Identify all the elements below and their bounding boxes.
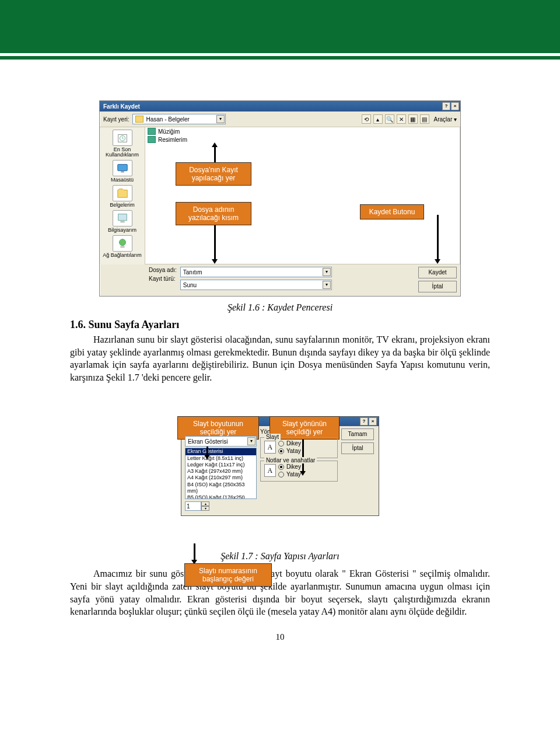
svg-rect-2 [117, 165, 127, 171]
save-in-value: Hasan - Belgeler [146, 116, 189, 123]
svg-rect-4 [118, 214, 127, 221]
list-item[interactable]: Ledger Kağıt (11x17 inç) [186, 462, 256, 468]
list-item[interactable]: Letter Kağıt (8.5x11 inç) [186, 455, 256, 462]
save-button[interactable]: Kaydet [418, 267, 457, 278]
place-desktop[interactable]: Masaüstü [102, 160, 143, 183]
header-green-band [0, 0, 560, 56]
up-icon[interactable]: ▴ [373, 114, 383, 124]
save-as-dialog: Farklı Kaydet ? × Kayıt yeri: Hasan - Be… [99, 100, 461, 297]
section-heading: 1.6. Sunu Sayfa Ayarları [70, 319, 490, 331]
dialog-titlebar: Farklı Kaydet ? × [100, 101, 460, 111]
radio-yatay-notes[interactable]: Yatay [278, 471, 301, 477]
help-button[interactable]: ? [360, 417, 368, 426]
dialog-toolbar: Kayıt yeri: Hasan - Belgeler ▾ ⟲ ▴ 🔍 ✕ ▦… [100, 111, 460, 127]
back-icon[interactable]: ⟲ [362, 114, 371, 124]
place-mydocs[interactable]: Belgelerim [102, 185, 143, 208]
tools-menu[interactable]: Araçlar ▾ [434, 116, 457, 123]
dialog-title: Farklı Kaydet [103, 103, 140, 110]
arrow-location [214, 146, 216, 162]
dropdown-icon[interactable]: ▾ [323, 281, 331, 289]
page-content: Farklı Kaydet ? × Kayıt yeri: Hasan - Be… [0, 60, 560, 660]
start-number-spinner[interactable]: ▴ ▾ [185, 501, 257, 511]
portrait-preview-icon: A [264, 441, 276, 454]
paragraph-2: Amacımız bir sunu gösterisi olduğuna gör… [70, 567, 490, 618]
dialog-bottom: Dosya adı: Kayıt türü: Tanıtım ▾ Sunu ▾ … [100, 264, 460, 296]
svg-rect-5 [120, 221, 124, 223]
filename-input[interactable]: Tanıtım ▾ [180, 267, 332, 277]
list-item[interactable]: B5 (ISO) Kağıt (176x250 mm) [186, 494, 256, 499]
arrow-filename [214, 225, 216, 260]
place-mycomputer[interactable]: Bilgisayarım [102, 210, 143, 233]
svg-point-6 [119, 239, 125, 246]
dropdown-icon[interactable]: ▾ [216, 115, 225, 123]
callout-save-location: Dosya'nın Kayıt yapılacağı yer [176, 162, 251, 186]
dropdown-icon[interactable]: ▾ [247, 437, 256, 445]
svg-rect-3 [121, 172, 124, 173]
figure-caption-2: Şekil 1.7 : Sayfa Yapısı Ayarları [70, 551, 490, 562]
close-button[interactable]: × [369, 417, 377, 426]
radio-yatay-slide[interactable]: Yatay [278, 448, 301, 454]
file-music[interactable]: Müziğim [145, 127, 460, 135]
file-list[interactable]: Müziğim Resimlerim Dosya'nın Kayıt yapıl… [145, 127, 460, 264]
folder-icon [135, 116, 144, 123]
arrow-number [194, 543, 195, 561]
list-item[interactable]: A3 Kağıt (297x420 mm) [186, 468, 256, 475]
callout-filename: Dosya adının yazılacağı kısım [176, 202, 251, 225]
dropdown-icon[interactable]: ▾ [323, 268, 331, 276]
place-recent[interactable]: En SonKullandıklarım [102, 130, 143, 158]
help-button[interactable]: ? [442, 102, 450, 110]
slide-size-list[interactable]: Ekran Gösterisi Letter Kağıt (8.5x11 inç… [185, 448, 257, 499]
place-network[interactable]: Ağ Bağlantılarım [102, 235, 143, 258]
places-bar: En SonKullandıklarım Masaüstü Belgelerim… [100, 127, 145, 264]
spin-down-icon[interactable]: ▾ [201, 506, 209, 511]
search-icon[interactable]: 🔍 [385, 114, 394, 124]
portrait-preview-icon: A [264, 464, 276, 477]
callout-save-button: Kaydet Butonu [360, 204, 424, 219]
ok-button[interactable]: Tamam [341, 428, 374, 440]
save-in-combo[interactable]: Hasan - Belgeler ▾ [132, 114, 226, 124]
page-number: 10 [70, 632, 490, 642]
save-in-label: Kayıt yeri: [103, 116, 129, 123]
file-pictures[interactable]: Resimlerim [145, 135, 460, 144]
filename-label: Dosya adı: [149, 267, 177, 273]
group-notes-orientation: Notlar ve anahatlar A Dikey Yatay [260, 461, 338, 482]
start-number-input[interactable] [185, 501, 201, 511]
group-slide-orientation: Slayt A Dikey Yatay [260, 437, 338, 458]
list-item[interactable]: B4 (ISO) Kağıt (250x353 mm) [186, 482, 256, 495]
pictures-folder-icon [148, 136, 156, 143]
newfolder-icon[interactable]: ▦ [408, 114, 418, 124]
cancel-button[interactable]: İptal [418, 281, 457, 292]
filetype-label: Kayıt türü: [149, 276, 177, 282]
paragraph-1: Hazırlanan sunu bir slayt gösterisi olac… [70, 333, 490, 384]
filetype-input[interactable]: Sunu ▾ [180, 280, 332, 290]
svg-rect-7 [120, 246, 124, 248]
arrow-savebtn [437, 215, 439, 260]
radio-dikey-notes[interactable]: Dikey [278, 463, 301, 470]
views-icon[interactable]: ▤ [420, 114, 429, 124]
slide-size-combo[interactable]: Ekran Gösterisi ▾ [185, 436, 257, 447]
list-item[interactable]: Ekran Gösterisi [186, 448, 256, 455]
callout-start-number: Slaytı numarasının başlangıç değeri [184, 563, 272, 587]
page-setup-figure: Slayt boyutunun seçildiği yer Slayt yönü… [181, 416, 379, 545]
music-folder-icon [148, 128, 156, 135]
cancel-button[interactable]: İptal [341, 442, 374, 454]
list-item[interactable]: A4 Kağıt (210x297 mm) [186, 475, 256, 481]
spin-up-icon[interactable]: ▴ [201, 501, 209, 506]
close-button[interactable]: × [451, 102, 459, 110]
radio-dikey-slide[interactable]: Dikey [278, 440, 301, 447]
figure-caption-1: Şekil 1.6 : Kaydet Penceresi [70, 302, 490, 313]
delete-icon[interactable]: ✕ [397, 114, 406, 124]
